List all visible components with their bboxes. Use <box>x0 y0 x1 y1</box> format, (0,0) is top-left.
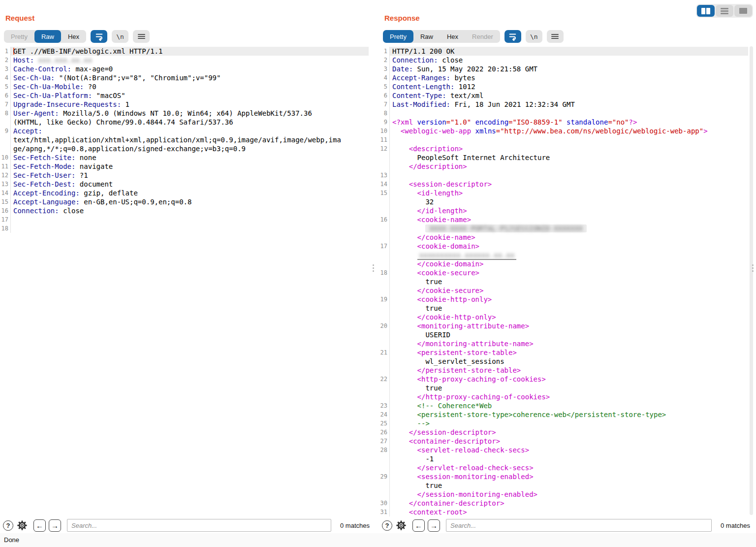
search-input[interactable] <box>67 519 331 532</box>
gear-icon[interactable] <box>16 520 28 531</box>
code-line[interactable]: 22 <http-proxy-caching-of-cookies> <box>379 375 756 384</box>
code-line[interactable]: 20 <monitoring-attribute-name> <box>379 322 756 330</box>
code-line[interactable]: 8 <box>379 109 756 118</box>
code-line[interactable]: 10Sec-Fetch-Site: none <box>0 153 376 162</box>
code-line[interactable]: </cookie-secure> <box>379 286 756 295</box>
code-line[interactable]: 9Accept: <box>0 127 376 135</box>
code-line[interactable]: 16Connection: close <box>0 206 376 215</box>
code-line[interactable]: true <box>379 277 756 286</box>
code-line[interactable]: 11 <box>379 135 756 144</box>
code-line[interactable]: 12 <description> <box>379 144 756 153</box>
vertical-scrollbar[interactable] <box>750 46 753 515</box>
code-line[interactable]: </servlet-reload-check-secs> <box>379 463 756 472</box>
code-line[interactable]: 1HTTP/1.1 200 OK <box>379 47 756 56</box>
tab-hex[interactable]: Hex <box>61 30 86 43</box>
tab-pretty[interactable]: Pretty <box>4 30 34 43</box>
code-line[interactable]: -1 <box>379 454 756 463</box>
code-line[interactable]: 7Upgrade-Insecure-Requests: 1 <box>0 100 376 109</box>
previous-match-button[interactable]: ← <box>412 519 425 532</box>
show-newlines-button[interactable]: \n <box>112 30 128 43</box>
tab-raw[interactable]: Raw <box>34 30 61 43</box>
tab-raw[interactable]: Raw <box>413 30 440 43</box>
code-line[interactable]: 19 <cookie-http-only> <box>379 295 756 304</box>
code-line[interactable]: 4Accept-Ranges: bytes <box>379 73 756 82</box>
layout-stacked-button[interactable] <box>716 5 733 17</box>
code-line[interactable]: xxxxxxxxxx.xxxxxx.xx.xx <box>379 251 756 259</box>
layout-side-by-side-button[interactable] <box>697 5 715 17</box>
code-line[interactable]: text/html,application/xhtml+xml,applicat… <box>0 135 376 144</box>
code-line[interactable]: 2Host: xxx.xxx.xx.xx <box>0 56 376 64</box>
code-line[interactable]: 12Sec-Fetch-User: ?1 <box>0 171 376 180</box>
code-line[interactable]: 30 </container-descriptor> <box>379 499 756 508</box>
code-line[interactable]: ge/apng,*/*;q=0.8,application/signed-exc… <box>0 144 376 153</box>
code-line[interactable]: 27 <container-descriptor> <box>379 437 756 446</box>
code-line[interactable]: </cookie-http-only> <box>379 313 756 322</box>
code-line[interactable]: USERID <box>379 330 756 339</box>
panel-splitter-handle[interactable] <box>373 264 374 272</box>
help-icon[interactable]: ? <box>382 520 392 531</box>
code-line[interactable]: 29 <session-monitoring-enabled> <box>379 472 756 481</box>
code-line[interactable]: </persistent-store-table> <box>379 366 756 375</box>
code-line[interactable]: 16 <cookie-name> <box>379 215 756 224</box>
tab-pretty[interactable]: Pretty <box>383 30 413 43</box>
code-line[interactable]: 14Accept-Encoding: gzip, deflate <box>0 189 376 197</box>
code-line[interactable]: 25 --> <box>379 419 756 428</box>
editor-menu-button[interactable] <box>133 30 150 43</box>
code-line[interactable]: true <box>379 304 756 313</box>
code-line[interactable]: 6Sec-Ch-Ua-Platform: "macOS" <box>0 91 376 100</box>
code-line[interactable]: </http-proxy-caching-of-cookies> <box>379 392 756 401</box>
code-line[interactable]: </monitoring-attribute-name> <box>379 339 756 348</box>
code-line[interactable]: </cookie-domain> <box>379 259 756 268</box>
previous-match-button[interactable]: ← <box>33 519 46 532</box>
response-editor[interactable]: 1HTTP/1.1 200 OK2Connection: close3Date:… <box>379 47 756 516</box>
gear-icon[interactable] <box>395 520 407 531</box>
code-line[interactable]: 7Last-Modified: Fri, 18 Jun 2021 12:32:3… <box>379 100 756 109</box>
request-editor[interactable]: 1GET .//WEB-INF/weblogic.xml HTTP/1.12Ho… <box>0 47 376 516</box>
code-line[interactable]: 5Sec-Ch-Ua-Mobile: ?0 <box>0 82 376 91</box>
help-icon[interactable]: ? <box>3 520 13 531</box>
code-line[interactable]: 18 <cookie-secure> <box>379 268 756 277</box>
editor-menu-button[interactable] <box>547 30 564 43</box>
code-line[interactable]: 4Sec-Ch-Ua: "(Not(A:Brand";v="8", "Chrom… <box>0 73 376 82</box>
code-line[interactable]: 13 <box>379 171 756 180</box>
word-wrap-toggle-button[interactable] <box>504 30 521 43</box>
code-line[interactable]: 28 <servlet-reload-check-secs> <box>379 446 756 454</box>
code-line[interactable]: 6Content-Type: text/xml <box>379 91 756 100</box>
code-line[interactable]: 24 <persistent-store-type>coherence-web<… <box>379 410 756 419</box>
code-line[interactable]: 1GET .//WEB-INF/weblogic.xml HTTP/1.1 <box>0 47 376 56</box>
code-line[interactable]: </cookie-name> <box>379 233 756 242</box>
code-line[interactable]: 11Sec-Fetch-Mode: navigate <box>0 162 376 171</box>
code-line[interactable]: 2Connection: close <box>379 56 756 64</box>
code-line[interactable]: 15Accept-Language: en-GB,en-US;q=0.9,en;… <box>0 197 376 206</box>
code-line[interactable]: 21 <persistent-store-table> <box>379 348 756 357</box>
code-line[interactable]: (KHTML, like Gecko) Chrome/99.0.4844.74 … <box>0 118 376 127</box>
code-line[interactable]: </description> <box>379 162 756 171</box>
code-line[interactable]: 8User-Agent: Mozilla/5.0 (Windows NT 10.… <box>0 109 376 118</box>
code-line[interactable]: </id-length> <box>379 206 756 215</box>
inspector-splitter-handle[interactable] <box>752 264 754 272</box>
code-line[interactable]: wl_servlet_sessions <box>379 357 756 366</box>
code-line[interactable]: 23 <!-- Coherence*Web <box>379 401 756 410</box>
search-input[interactable] <box>446 519 712 532</box>
layout-single-button[interactable] <box>734 5 752 17</box>
code-line[interactable]: true <box>379 384 756 392</box>
show-newlines-button[interactable]: \n <box>526 30 542 43</box>
code-line[interactable]: 3Date: Sun, 15 May 2022 20:21:58 GMT <box>379 64 756 73</box>
code-line[interactable]: 13Sec-Fetch-Dest: document <box>0 180 376 189</box>
code-line[interactable]: 32 <box>379 197 756 206</box>
tab-hex[interactable]: Hex <box>440 30 465 43</box>
word-wrap-toggle-button[interactable] <box>91 30 107 43</box>
code-line[interactable]: 5Content-Length: 1012 <box>379 82 756 91</box>
code-line[interactable]: 18 <box>0 224 376 233</box>
code-line[interactable]: 26 </session-descriptor> <box>379 428 756 437</box>
code-line[interactable]: true <box>379 481 756 490</box>
next-match-button[interactable]: → <box>49 519 61 532</box>
code-line[interactable]: 9<?xml version="1.0" encoding="ISO-8859-… <box>379 118 756 127</box>
code-line[interactable]: PeopleSoft Internet Architecture <box>379 153 756 162</box>
code-line[interactable]: </session-monitoring-enabled> <box>379 490 756 499</box>
code-line[interactable]: 17 <box>0 215 376 224</box>
tab-render[interactable]: Render <box>465 30 500 43</box>
code-line[interactable]: XXXX-XXXX-PORTAL-PSJSESSIONID-XXXXXXX <box>379 224 756 233</box>
code-line[interactable]: 14 <session-descriptor> <box>379 180 756 189</box>
code-line[interactable]: 31 <context-root> <box>379 508 756 516</box>
